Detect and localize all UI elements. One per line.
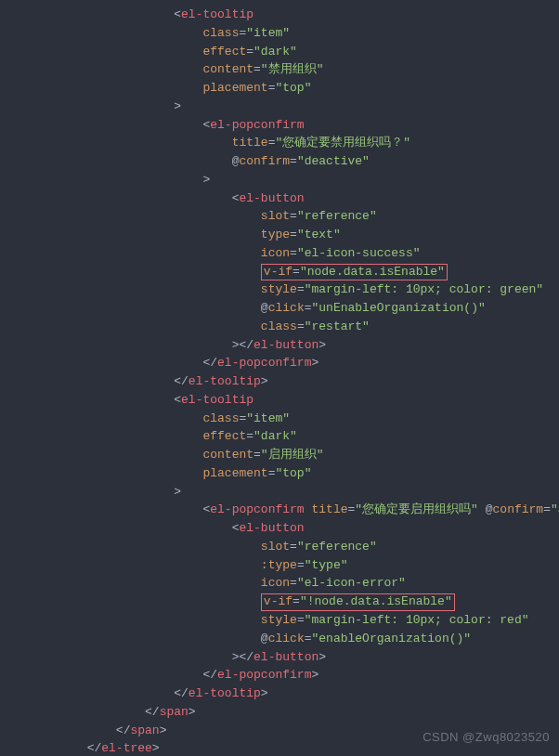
code-line: <el-popconfirm title="您确定要启用组织吗" @confir… [0,501,559,519]
code-line: <el-button [0,189,559,208]
code-line: slot="reference" [0,538,559,556]
code-line: ></el-button> [0,648,559,667]
code-line: @click="unEnableOrganization()" [0,299,559,318]
code-line: > [0,171,559,189]
highlight-box: v-if="!node.data.isEnable" [261,593,455,611]
code-line: v-if="node.data.isEnable" [0,263,559,281]
code-line: > [0,483,559,502]
code-line: :type="type" [0,556,559,575]
code-block: <el-tooltip class="item" effect="dark" c… [0,6,559,756]
code-line: title="您确定要禁用组织吗？" [0,134,559,152]
code-line: <el-tooltip [0,6,559,24]
code-line: <el-button [0,519,559,538]
watermark: CSDN @Zwq8023520 [422,728,550,747]
code-line: placement="top" [0,79,559,98]
code-line: placement="top" [0,464,559,483]
code-line: class="restart" [0,318,559,336]
code-line: type="text" [0,226,559,244]
code-line: @click="enableOrganization()" [0,630,559,648]
code-line: content="禁用组织" [0,60,559,79]
code-line: class="item" [0,24,559,43]
code-line: @confirm="deactive" [0,152,559,171]
code-line: </el-tooltip> [0,372,559,391]
code-line: icon="el-icon-success" [0,244,559,263]
code-line: </span> [0,703,559,722]
code-line: </el-popconfirm> [0,354,559,372]
code-line: <el-tooltip [0,391,559,410]
code-line: effect="dark" [0,43,559,61]
code-line: > [0,98,559,116]
code-line: </el-popconfirm> [0,666,559,684]
code-line: content="启用组织" [0,446,559,464]
code-line: effect="dark" [0,427,559,446]
code-line: <el-popconfirm [0,116,559,135]
code-line: v-if="!node.data.isEnable" [0,593,559,611]
code-line: slot="reference" [0,207,559,226]
code-line: icon="el-icon-error" [0,574,559,593]
code-line: ></el-button> [0,336,559,355]
code-line: </el-tooltip> [0,684,559,703]
code-line: style="margin-left: 10px; color: green" [0,280,559,299]
highlight-box: v-if="node.data.isEnable" [261,264,448,281]
code-line: style="margin-left: 10px; color: red" [0,611,559,630]
code-line: class="item" [0,410,559,428]
